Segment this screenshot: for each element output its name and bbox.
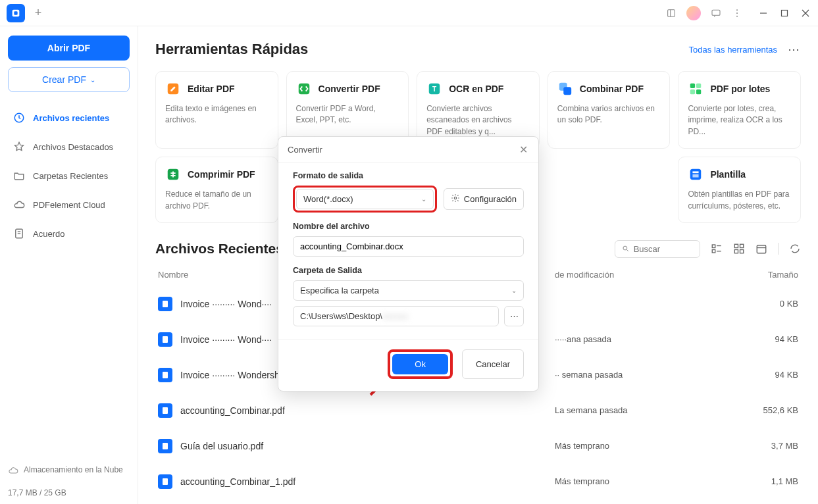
file-name: accounting_Combinar.pdf xyxy=(180,405,555,416)
storage-label: Almacenamiento en la Nube xyxy=(24,465,123,474)
svg-rect-24 xyxy=(690,89,695,94)
tool-edit-pdf[interactable]: Editar PDFEdita texto e imágenes en arch… xyxy=(155,71,278,149)
svg-rect-28 xyxy=(693,172,699,174)
gear-icon xyxy=(451,193,460,205)
recent-files-title: Archivos Recientes xyxy=(155,241,284,257)
browse-folder-button[interactable]: ⋯ xyxy=(504,306,524,326)
nav-label: PDFelement Cloud xyxy=(33,200,105,210)
file-date: Más temprano xyxy=(555,441,726,451)
file-date: Más temprano xyxy=(555,476,726,486)
tool-batch-pdf[interactable]: PDF por lotesConvierte por lotes, crea, … xyxy=(678,71,801,149)
svg-rect-37 xyxy=(740,245,744,248)
close-button[interactable] xyxy=(800,7,811,19)
file-size: 94 KB xyxy=(726,370,798,380)
calendar-icon[interactable] xyxy=(755,243,767,255)
all-tools-link[interactable]: Todas las herramientas xyxy=(689,45,777,55)
nav-cloud[interactable]: PDFelement Cloud xyxy=(8,191,130,218)
svg-rect-9 xyxy=(782,10,788,16)
open-pdf-button[interactable]: Abrir PDF xyxy=(8,36,130,61)
message-icon[interactable] xyxy=(710,7,722,19)
file-row[interactable]: accounting_Combinar.pdfLa semana pasada5… xyxy=(155,393,801,428)
folder-path-display: C:\Users\ws\Desktop\xxxxxx xyxy=(293,306,499,326)
folder-select[interactable]: Especifica la carpeta ⌄ xyxy=(293,280,524,301)
nav-label: Carpetas Recientes xyxy=(33,171,108,181)
more-menu-icon[interactable] xyxy=(731,7,743,19)
svg-rect-33 xyxy=(712,250,715,253)
minimize-button[interactable] xyxy=(757,7,769,19)
folder-label: Carpeta de Salida xyxy=(293,266,524,275)
dialog-close-button[interactable]: ✕ xyxy=(517,143,529,156)
ok-button-highlight: Ok xyxy=(388,349,453,379)
new-tab-button[interactable]: + xyxy=(30,5,46,21)
svg-point-6 xyxy=(736,13,738,14)
file-size: 1,1 MB xyxy=(726,476,798,486)
svg-rect-36 xyxy=(734,245,738,248)
chevron-down-icon: ⌄ xyxy=(90,76,95,84)
tool-compress-pdf[interactable]: Comprimir PDFReduce el tamaño de un arch… xyxy=(155,157,278,223)
file-row[interactable]: accounting_Combinar_1.pdfMás temprano1,1… xyxy=(155,464,801,499)
search-input-wrap[interactable] xyxy=(615,240,700,258)
svg-rect-38 xyxy=(734,250,738,253)
format-select[interactable]: Word(*.docx) ⌄ xyxy=(296,189,434,209)
svg-rect-45 xyxy=(163,407,168,414)
maximize-button[interactable] xyxy=(779,7,790,19)
chevron-down-icon: ⌄ xyxy=(511,287,517,294)
ok-button[interactable]: Ok xyxy=(392,354,448,374)
pdf-file-icon xyxy=(158,297,172,311)
search-input[interactable] xyxy=(634,244,693,254)
chevron-down-icon: ⌄ xyxy=(421,195,426,203)
dialog-title: Convertir xyxy=(288,145,322,155)
svg-rect-23 xyxy=(696,84,701,88)
convert-dialog: Convertir ✕ Formato de salida Word(*.doc… xyxy=(278,136,539,391)
svg-point-5 xyxy=(736,9,738,11)
cloud-icon xyxy=(8,465,18,478)
file-size: 3,7 MB xyxy=(726,441,798,451)
nav-recent-folders[interactable]: Carpetas Recientes xyxy=(8,162,130,189)
create-pdf-button[interactable]: Crear PDF⌄ xyxy=(8,67,130,92)
file-row[interactable]: Guía del usuario.pdfMás temprano3,7 MB xyxy=(155,428,801,464)
svg-text:T: T xyxy=(432,86,437,93)
nav-label: Archivos Destacados xyxy=(33,142,113,152)
svg-point-7 xyxy=(736,15,738,16)
svg-rect-4 xyxy=(712,10,720,15)
nav-label: Acuerdo xyxy=(33,229,64,239)
file-size: 0 KB xyxy=(726,299,798,309)
search-icon xyxy=(622,244,630,253)
cloud-storage-info[interactable]: Almacenamiento en la Nube xyxy=(8,465,130,478)
file-date: La semana pasada xyxy=(555,405,726,415)
nav-featured-files[interactable]: Archivos Destacados xyxy=(8,133,130,161)
svg-rect-2 xyxy=(668,9,675,16)
nav-recent-files[interactable]: Archivos recientes xyxy=(8,104,130,132)
app-logo xyxy=(7,4,25,22)
svg-rect-29 xyxy=(693,174,699,178)
filename-input[interactable] xyxy=(293,236,524,257)
tool-combine-pdf[interactable]: Combinar PDFCombina varios archivos en u… xyxy=(548,71,671,149)
pdf-file-icon xyxy=(158,403,172,418)
panel-icon[interactable] xyxy=(665,7,677,19)
tool-template[interactable]: PlantillaObtén plantillas en PDF para cu… xyxy=(678,157,801,223)
file-name: accounting_Combinar_1.pdf xyxy=(180,476,555,487)
pdf-file-icon xyxy=(158,439,172,453)
svg-point-30 xyxy=(623,247,627,251)
nav-agreement[interactable]: Acuerdo xyxy=(8,220,130,247)
format-select-highlight: Word(*.docx) ⌄ xyxy=(293,186,437,213)
pdf-file-icon xyxy=(158,332,172,347)
star-icon xyxy=(13,141,25,153)
svg-point-48 xyxy=(454,197,457,199)
file-size: 94 KB xyxy=(726,334,798,344)
pdf-file-icon xyxy=(158,368,172,382)
list-view-icon[interactable] xyxy=(711,243,723,255)
grid-view-icon[interactable] xyxy=(733,243,745,255)
col-size: Tamaño xyxy=(726,270,798,280)
pdf-file-icon xyxy=(158,474,172,489)
more-dots-icon[interactable]: ⋯ xyxy=(788,42,801,57)
refresh-icon[interactable] xyxy=(789,243,801,255)
user-avatar[interactable] xyxy=(686,6,701,20)
col-date: de modificación xyxy=(555,270,726,280)
cancel-button[interactable]: Cancelar xyxy=(462,349,524,379)
filename-label: Nombre del archivo xyxy=(293,222,524,231)
format-label: Formato de salida xyxy=(293,171,524,180)
svg-rect-39 xyxy=(740,250,744,253)
svg-rect-22 xyxy=(690,84,695,88)
config-button[interactable]: Configuración xyxy=(444,188,524,210)
